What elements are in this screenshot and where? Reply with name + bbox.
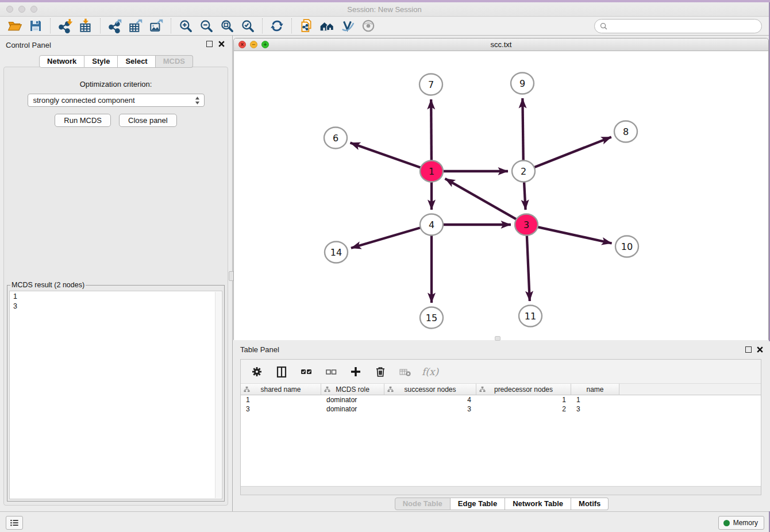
zoom-fit-icon[interactable] — [217, 17, 237, 34]
node-8[interactable]: 8 — [614, 121, 637, 142]
memory-status-icon — [723, 520, 730, 526]
delete-columns-trash-icon[interactable] — [372, 364, 388, 380]
table-cell-r0-c3[interactable]: 1 — [476, 395, 571, 404]
table-toolbar: f(x) — [241, 360, 761, 384]
node-15[interactable]: 15 — [420, 307, 443, 329]
svg-text:7: 7 — [428, 79, 434, 90]
mcds-tab-content: Optimization criterion: strongly connect… — [3, 67, 228, 506]
table-panel-float-icon[interactable] — [745, 346, 752, 353]
select-all-columns-icon[interactable] — [298, 364, 314, 380]
network-window-titlebar[interactable]: × − + scc.txt — [234, 38, 768, 51]
edge-1-7[interactable] — [431, 99, 432, 160]
export-network-icon[interactable] — [105, 17, 125, 34]
mcds-result-area[interactable]: 1 3 — [9, 291, 222, 499]
control-tab-style[interactable]: Style — [84, 55, 118, 68]
table-panel-close-icon[interactable] — [756, 346, 764, 353]
edge-3-1[interactable] — [445, 179, 517, 219]
import-table-icon[interactable] — [75, 17, 96, 34]
edge-2-3[interactable] — [524, 182, 525, 210]
edge-2-9[interactable] — [522, 98, 523, 160]
memory-button[interactable]: Memory — [718, 516, 764, 530]
save-session-icon[interactable] — [25, 17, 46, 34]
svg-text:1: 1 — [429, 166, 434, 177]
export-table-icon[interactable] — [125, 17, 146, 34]
import-network-icon[interactable] — [55, 17, 75, 34]
table-cell-r1-c3[interactable]: 2 — [476, 404, 571, 414]
control-panel-float-icon[interactable] — [206, 41, 213, 47]
node-table: shared nameMCDS rolesuccessor nodesprede… — [241, 384, 761, 414]
clone-network-icon[interactable] — [296, 17, 317, 34]
edge-3-10[interactable] — [538, 227, 612, 243]
result-scrollbar[interactable] — [215, 292, 221, 498]
hide-selected-icon[interactable] — [337, 17, 358, 34]
zoom-out-icon[interactable] — [196, 17, 217, 34]
first-neighbors-icon[interactable] — [317, 17, 337, 34]
column-header-successor-nodes[interactable]: successor nodes — [384, 384, 476, 395]
column-header-shared-name[interactable]: shared name — [241, 384, 321, 395]
control-tab-network[interactable]: Network — [39, 55, 84, 68]
open-file-icon[interactable] — [5, 17, 25, 34]
task-history-button[interactable] — [6, 516, 23, 530]
table-cell-r0-c2[interactable]: 4 — [384, 395, 476, 404]
search-box — [594, 19, 762, 33]
node-9[interactable]: 9 — [511, 73, 534, 94]
delete-table-icon[interactable] — [397, 364, 413, 380]
show-all-eye-icon[interactable] — [358, 17, 379, 34]
select-stepper-icon — [194, 96, 201, 105]
svg-text:4: 4 — [429, 219, 434, 230]
svg-text:10: 10 — [621, 241, 633, 252]
edge-3-11[interactable] — [527, 236, 530, 301]
criterion-select[interactable]: strongly connected component — [28, 94, 205, 107]
table-cell-r0-c4[interactable]: 1 — [571, 395, 619, 404]
table-cell-r1-c0[interactable]: 3 — [241, 404, 321, 414]
edge-1-6[interactable] — [351, 143, 421, 168]
mcds-result-text: 1 3 — [10, 291, 222, 312]
zoom-in-icon[interactable] — [175, 17, 196, 34]
zoom-selected-icon[interactable] — [237, 17, 258, 34]
table-splitter-grip[interactable] — [495, 336, 500, 341]
node-10[interactable]: 10 — [615, 236, 638, 257]
control-panel: Control Panel NetworkStyleSelectMCDS Opt… — [0, 36, 233, 511]
edge-4-14[interactable] — [351, 228, 421, 248]
node-3[interactable]: 3 — [515, 214, 538, 236]
network-canvas[interactable]: 7968124314101511 — [234, 51, 768, 340]
add-column-icon[interactable] — [348, 364, 364, 380]
export-image-icon[interactable] — [146, 17, 167, 34]
table-tab-edge-table[interactable]: Edge Table — [451, 498, 505, 510]
table-tab-node-table[interactable]: Node Table — [395, 498, 451, 510]
show-columns-icon[interactable] — [274, 364, 290, 380]
node-14[interactable]: 14 — [325, 242, 348, 263]
column-header-name[interactable]: name — [571, 384, 619, 395]
toolbar-divider — [50, 18, 51, 33]
table-settings-gear-icon[interactable] — [249, 364, 265, 380]
apply-layout-icon[interactable] — [267, 17, 287, 34]
node-2[interactable]: 2 — [512, 161, 535, 182]
table-cell-r1-c2[interactable]: 3 — [384, 404, 476, 414]
node-4[interactable]: 4 — [420, 214, 443, 236]
toolbar-divider — [291, 18, 292, 33]
app-titlebar: Session: New Session — [0, 2, 769, 17]
table-tab-motifs[interactable]: Motifs — [571, 498, 609, 510]
function-builder-icon[interactable]: f(x) — [422, 366, 438, 377]
table-cell-r0-c1[interactable]: dominator — [321, 395, 384, 404]
node-6[interactable]: 6 — [324, 128, 347, 149]
control-panel-close-icon[interactable] — [218, 40, 225, 48]
table-tab-network-table[interactable]: Network Table — [505, 498, 571, 510]
table-cell-r0-c0[interactable]: 1 — [241, 395, 321, 404]
node-11[interactable]: 11 — [519, 306, 542, 327]
control-tab-select[interactable]: Select — [118, 55, 155, 68]
table-cell-r1-c1[interactable]: dominator — [321, 404, 384, 414]
search-input[interactable] — [611, 21, 761, 32]
node-7[interactable]: 7 — [419, 74, 442, 95]
column-header-mcds-role[interactable]: MCDS role — [321, 384, 384, 395]
control-tab-mcds[interactable]: MCDS — [156, 55, 193, 68]
column-header-predecessor-nodes[interactable]: predecessor nodes — [476, 384, 571, 395]
node-1[interactable]: 1 — [420, 161, 443, 182]
network-window: × − + scc.txt 7968124314101511 — [233, 38, 769, 340]
toolbar-divider — [100, 18, 101, 33]
edge-2-8[interactable] — [534, 137, 611, 167]
close-panel-button[interactable]: Close panel — [119, 114, 177, 127]
unselect-all-columns-icon[interactable] — [323, 364, 339, 380]
run-mcds-button[interactable]: Run MCDS — [55, 114, 111, 127]
table-cell-r1-c4[interactable]: 3 — [571, 404, 619, 414]
